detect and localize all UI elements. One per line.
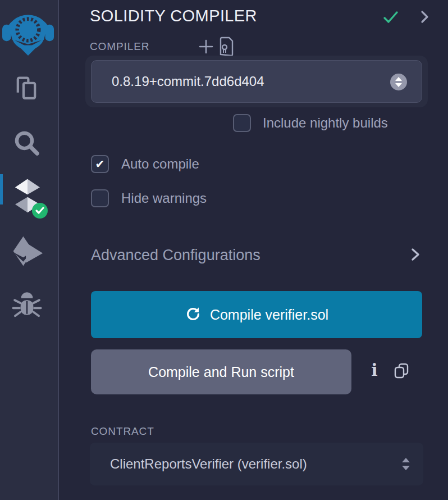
advanced-configurations-toggle[interactable]: Advanced Configurations: [91, 244, 422, 266]
compiler-section-label: COMPILER: [90, 40, 149, 53]
sidebar-item-solidity-compiler[interactable]: [9, 176, 46, 216]
hide-warnings-row: Hide warnings: [91, 189, 207, 207]
info-icon[interactable]: i: [367, 358, 382, 382]
solidity-compiler-panel: SOLIDITY COMPILER COMPILER: [60, 0, 448, 500]
contract-select-value: ClientReportsVerifier (verifier.sol): [110, 456, 307, 472]
nightly-builds-row: Include nightly builds: [233, 114, 388, 132]
files-icon: [11, 98, 42, 106]
compile-button[interactable]: Compile verifier.sol: [91, 291, 422, 338]
compile-and-run-label: Compile and Run script: [148, 364, 294, 380]
nightly-builds-checkbox[interactable]: [233, 114, 251, 132]
add-compiler-plus-icon[interactable]: [198, 38, 214, 55]
file-badge-icon[interactable]: [217, 36, 235, 56]
advanced-configurations-label: Advanced Configurations: [91, 247, 260, 264]
sidebar-item-deploy-and-run[interactable]: [10, 234, 44, 269]
select-spinner-icon: [390, 74, 407, 90]
bug-icon: [11, 315, 43, 323]
nightly-builds-label: Include nightly builds: [263, 115, 388, 131]
chevron-right-icon[interactable]: [417, 9, 432, 25]
chevron-right-icon: [409, 246, 422, 265]
contract-section-label: CONTRACT: [91, 425, 154, 438]
sidebar-item-file-explorer[interactable]: [11, 73, 42, 104]
compiler-version-select[interactable]: 0.8.19+commit.7dd6d404: [91, 60, 422, 103]
icon-sidebar: [0, 0, 59, 500]
hide-warnings-label: Hide warnings: [121, 190, 207, 206]
search-icon: [11, 153, 43, 161]
remix-ide: SOLIDITY COMPILER COMPILER: [0, 0, 448, 500]
compile-button-label: Compile verifier.sol: [210, 307, 328, 323]
sidebar-item-debugger[interactable]: [11, 289, 43, 321]
compile-success-badge-icon: [31, 202, 48, 219]
remix-logo-icon[interactable]: [2, 3, 54, 57]
auto-compile-label: Auto compile: [121, 156, 199, 172]
auto-compile-checkbox[interactable]: ✔: [91, 155, 109, 173]
checkbox-mark: ✔: [95, 158, 105, 170]
active-plugin-indicator: [0, 174, 3, 204]
contract-select[interactable]: ClientReportsVerifier (verifier.sol): [90, 443, 423, 485]
compile-and-run-button[interactable]: Compile and Run script: [91, 349, 351, 394]
sidebar-item-search[interactable]: [11, 127, 43, 160]
compiler-version-container: 0.8.19+commit.7dd6d404: [85, 56, 428, 107]
refresh-icon: [185, 306, 202, 324]
compile-status-check-icon: [382, 9, 399, 26]
copy-icon[interactable]: [392, 362, 410, 380]
ethereum-play-icon: [10, 262, 44, 270]
up-down-arrows-icon: [401, 457, 411, 475]
page-title: SOLIDITY COMPILER: [90, 7, 257, 25]
hide-warnings-checkbox[interactable]: [91, 189, 109, 207]
compiler-version-value: 0.8.19+commit.7dd6d404: [112, 74, 264, 89]
auto-compile-row: ✔ Auto compile: [91, 155, 199, 173]
